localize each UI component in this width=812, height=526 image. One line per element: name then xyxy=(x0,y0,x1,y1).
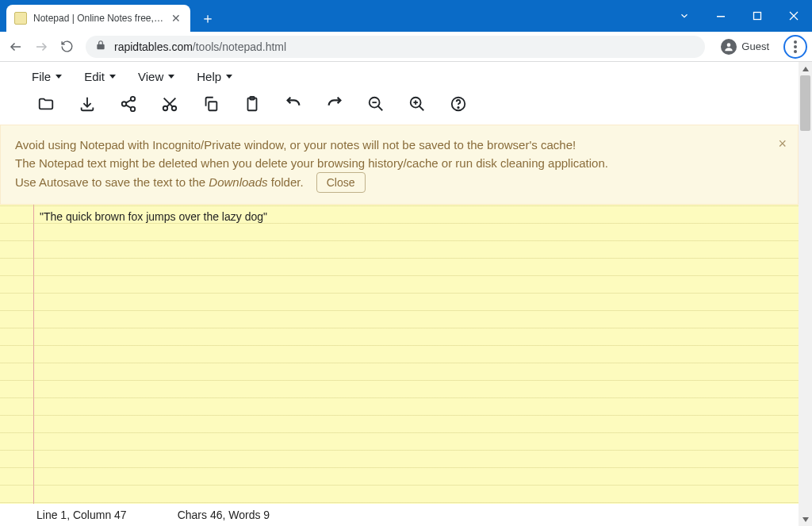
window-close-icon[interactable] xyxy=(776,0,812,32)
tab-title: Notepad | Online Notes free, no… xyxy=(33,13,163,24)
svg-marker-31 xyxy=(802,67,809,71)
warning-line3-em: Downloads xyxy=(209,175,267,189)
copy-icon[interactable] xyxy=(201,94,220,113)
browser-titlebar: Notepad | Online Notes free, no… ✕ ＋ xyxy=(0,0,812,32)
window-maximize-icon[interactable] xyxy=(739,0,776,32)
notepad-editor[interactable]: "The quick brown fox jumps over the lazy… xyxy=(0,205,799,504)
warning-line3-post: folder. xyxy=(268,175,304,189)
app-menubar: File Edit View Help xyxy=(0,62,799,86)
undo-icon[interactable] xyxy=(284,94,303,113)
cut-icon[interactable] xyxy=(160,94,179,113)
notepad-lines xyxy=(0,205,799,504)
svg-line-26 xyxy=(419,106,424,111)
svg-line-14 xyxy=(126,105,131,108)
profile-label: Guest xyxy=(741,40,769,52)
redo-icon[interactable] xyxy=(325,94,344,113)
scrollbar-thumb[interactable] xyxy=(800,75,810,131)
warning-banner: × Avoid using Notepad with Incognito/Pri… xyxy=(0,125,799,205)
page-viewport: File Edit View Help × Avoid using Notepa… xyxy=(0,62,812,526)
svg-line-13 xyxy=(126,100,131,103)
new-tab-button[interactable]: ＋ xyxy=(197,7,219,29)
svg-point-11 xyxy=(122,102,127,106)
help-icon[interactable] xyxy=(449,94,468,113)
page-scrollbar[interactable] xyxy=(799,62,812,526)
warning-line2: The Notepad text might be deleted when y… xyxy=(15,155,783,173)
svg-point-7 xyxy=(794,40,797,44)
status-bar: Line 1, Column 47 Chars 46, Words 9 xyxy=(0,504,799,526)
warning-line3: Use Autosave to save the text to the Dow… xyxy=(15,172,783,193)
chevron-down-icon xyxy=(226,75,232,79)
zoom-in-icon[interactable] xyxy=(408,94,427,113)
chevron-down-icon xyxy=(168,75,174,79)
avatar-icon xyxy=(721,39,737,55)
folder-open-icon[interactable] xyxy=(36,94,56,113)
warning-line1: Avoid using Notepad with Incognito/Priva… xyxy=(15,136,783,155)
chevron-down-icon xyxy=(56,75,62,79)
paste-icon[interactable] xyxy=(243,94,262,113)
url-host: rapidtables.com xyxy=(114,40,193,53)
svg-point-6 xyxy=(727,43,731,47)
svg-point-8 xyxy=(794,45,797,48)
menu-edit-label: Edit xyxy=(84,70,105,83)
svg-rect-19 xyxy=(209,102,216,110)
svg-marker-32 xyxy=(802,517,809,522)
warning-close-button[interactable]: Close xyxy=(316,172,366,193)
menu-file[interactable]: File xyxy=(32,70,62,83)
svg-rect-1 xyxy=(754,13,761,20)
svg-rect-0 xyxy=(717,16,725,17)
svg-point-9 xyxy=(794,50,797,53)
url-path: /tools/notepad.html xyxy=(193,40,286,53)
menu-view-label: View xyxy=(138,70,163,83)
browser-tab[interactable]: Notepad | Online Notes free, no… ✕ xyxy=(6,5,190,32)
tab-favicon xyxy=(14,12,27,25)
window-minimize-icon[interactable] xyxy=(703,0,739,32)
scrollbar-track[interactable] xyxy=(799,75,812,513)
browser-menu-button[interactable] xyxy=(783,35,807,59)
scrollbar-up-icon[interactable] xyxy=(799,62,812,75)
share-icon[interactable] xyxy=(119,94,138,113)
download-icon[interactable] xyxy=(78,94,97,113)
svg-point-10 xyxy=(131,97,136,102)
address-bar[interactable]: rapidtables.com/tools/notepad.html xyxy=(86,36,705,58)
zoom-out-icon[interactable] xyxy=(366,94,385,113)
chevron-down-icon xyxy=(109,75,116,79)
nav-back-button[interactable] xyxy=(5,36,27,58)
status-position: Line 1, Column 47 xyxy=(36,509,127,521)
svg-point-12 xyxy=(131,107,136,112)
menu-view[interactable]: View xyxy=(138,70,174,83)
menu-file-label: File xyxy=(32,70,51,83)
app-toolbar xyxy=(0,86,799,125)
svg-line-23 xyxy=(378,106,383,111)
browser-toolbar: rapidtables.com/tools/notepad.html Guest xyxy=(0,32,812,62)
window-chevron-icon[interactable] xyxy=(666,0,703,32)
scrollbar-down-icon[interactable] xyxy=(799,513,812,526)
url-text: rapidtables.com/tools/notepad.html xyxy=(114,40,286,53)
tab-close-icon[interactable]: ✕ xyxy=(170,10,182,26)
menu-edit[interactable]: Edit xyxy=(84,70,116,83)
svg-point-30 xyxy=(458,107,458,108)
nav-reload-button[interactable] xyxy=(56,36,78,58)
nav-forward-button[interactable] xyxy=(30,36,52,58)
lock-icon xyxy=(95,40,106,53)
status-stats: Chars 46, Words 9 xyxy=(178,509,270,521)
warning-line3-pre: Use Autosave to save the text to the xyxy=(15,175,209,189)
profile-button[interactable]: Guest xyxy=(713,36,777,58)
warning-dismiss-button[interactable]: × xyxy=(778,133,787,155)
window-controls xyxy=(666,0,812,32)
menu-help-label: Help xyxy=(197,70,221,83)
menu-help[interactable]: Help xyxy=(197,70,232,83)
notepad-text: "The quick brown fox jumps over the lazy… xyxy=(40,208,783,225)
